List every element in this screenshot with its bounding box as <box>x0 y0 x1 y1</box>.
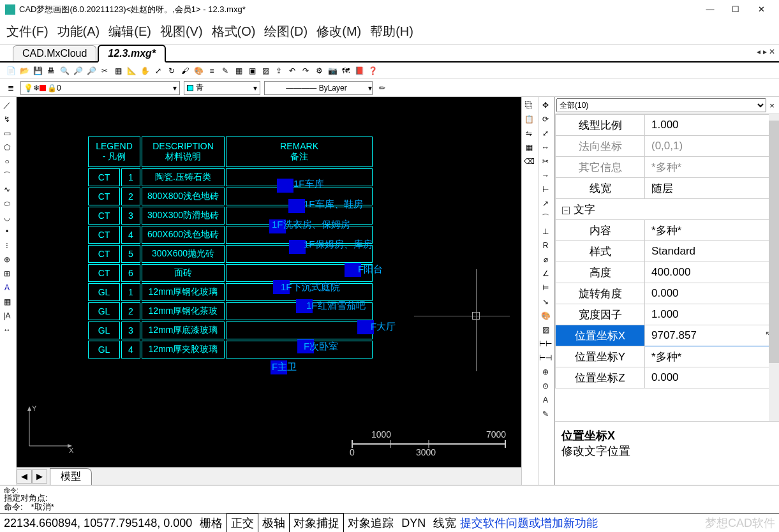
zoom-in-icon[interactable]: 🔎 <box>72 65 84 77</box>
tab-current[interactable]: 12.3.mxg* <box>98 45 166 63</box>
zoom-out-icon[interactable]: 🔎 <box>85 65 97 77</box>
menu-help[interactable]: 帮助(H) <box>370 23 413 40</box>
quick-dim-icon[interactable]: ⊨ <box>540 282 551 293</box>
panel-close-icon[interactable]: × <box>766 101 778 110</box>
print-icon[interactable]: 🖶 <box>45 65 57 77</box>
erase-icon[interactable]: ⌫ <box>523 156 535 167</box>
table-icon[interactable]: ▦ <box>1 296 13 307</box>
layers-icon[interactable]: ≡ <box>206 65 218 77</box>
save-icon[interactable]: 💾 <box>32 65 43 77</box>
layer-icon[interactable]: ▦ <box>112 65 124 77</box>
dim-radius-icon[interactable]: R <box>540 240 551 251</box>
tolerance-icon[interactable]: ⊕ <box>540 366 551 378</box>
stretch-icon[interactable]: ↔ <box>540 142 551 153</box>
dim-angle-icon[interactable]: ∠ <box>540 268 551 279</box>
menu-draw[interactable]: 绘图(D) <box>264 23 308 40</box>
rotate-icon[interactable]: ⟳ <box>540 114 551 125</box>
selection-filter[interactable]: 全部(10) <box>556 98 766 112</box>
dim-style-icon[interactable]: A <box>540 394 551 406</box>
point-icon[interactable]: • <box>1 226 13 237</box>
menu-format[interactable]: 格式(O) <box>212 23 256 40</box>
maximize-button[interactable]: ☐ <box>723 1 748 18</box>
toggle-dyn[interactable]: DYN <box>397 515 429 532</box>
grid-icon[interactable]: ▦ <box>233 65 244 77</box>
brush-icon[interactable]: 🖌 <box>179 65 191 77</box>
layer-manager-icon[interactable]: ≣ <box>5 82 17 94</box>
leader-icon[interactable]: ↘ <box>540 296 551 307</box>
arc-icon[interactable]: ⌒ <box>1 170 13 181</box>
polygon-icon[interactable]: ⬠ <box>1 142 13 153</box>
toggle-osnap[interactable]: 对象捕捉 <box>289 513 344 532</box>
extend-icon[interactable]: → <box>540 170 551 181</box>
prop-value[interactable]: 400.000 <box>645 262 779 283</box>
undo-icon[interactable]: ↶ <box>286 65 298 77</box>
toggle-polar[interactable]: 极轴 <box>258 514 289 532</box>
dim-base-icon[interactable]: ⊢⊣ <box>540 352 551 364</box>
redo-icon[interactable]: ↷ <box>300 65 311 77</box>
hatch-icon[interactable]: ▨ <box>540 324 551 336</box>
dim-linear-icon[interactable]: ⊢ <box>540 184 551 195</box>
dim-icon[interactable]: ↔ <box>1 324 13 336</box>
zoom-window-icon[interactable]: ⤢ <box>152 65 164 77</box>
prop-value-selected[interactable]: 9707.857↖ <box>645 325 779 346</box>
prop-value[interactable]: 0.000 <box>645 283 779 304</box>
measure-icon[interactable]: 📐 <box>126 65 137 77</box>
prop-value[interactable]: *多种* <box>645 220 779 241</box>
help-icon[interactable]: ❓ <box>367 65 378 77</box>
minimize-button[interactable]: — <box>697 1 723 18</box>
dim-align-icon[interactable]: ↗ <box>540 198 551 209</box>
menu-view[interactable]: 视图(V) <box>160 23 203 40</box>
prop-value[interactable]: 随层 <box>645 178 779 199</box>
map-icon[interactable]: 🗺 <box>340 65 352 77</box>
circle-icon[interactable]: ○ <box>1 156 13 167</box>
find-icon[interactable]: 🔍 <box>59 65 70 77</box>
refresh-icon[interactable]: ↻ <box>166 65 177 77</box>
array-icon[interactable]: ▦ <box>523 142 535 153</box>
matchprop-icon[interactable]: ✏ <box>376 82 388 94</box>
cut-icon[interactable]: ✂ <box>99 65 110 77</box>
tab-prev-icon[interactable]: ◀ <box>17 469 32 484</box>
paste-icon[interactable]: 📋 <box>523 114 535 125</box>
paint-icon[interactable]: 🎨 <box>540 310 551 321</box>
prop-value[interactable]: *多种* <box>645 346 779 367</box>
menu-func[interactable]: 功能(A) <box>57 23 100 40</box>
dim-cont-icon[interactable]: ⊢⊢ <box>540 338 551 350</box>
prop-group-text[interactable]: −文字 <box>556 199 779 220</box>
linetype-select[interactable]: ———— ByLayer ▾ <box>264 81 373 95</box>
spline-icon[interactable]: ∿ <box>1 184 13 195</box>
divide-icon[interactable]: ⁝ <box>1 240 13 251</box>
trim-icon[interactable]: ✂ <box>540 156 551 167</box>
dim-diameter-icon[interactable]: ⌀ <box>540 254 551 265</box>
block-icon[interactable]: ▣ <box>246 65 258 77</box>
pan-icon[interactable]: ✋ <box>139 65 151 77</box>
center-mark-icon[interactable]: ⊙ <box>540 380 551 392</box>
copy-icon[interactable]: ⿻ <box>523 100 535 111</box>
toggle-otrack[interactable]: 对象追踪 <box>344 514 397 532</box>
command-line[interactable]: 命令: 指定对角点: 命令: *取消* <box>0 485 779 513</box>
text-icon[interactable]: A <box>1 282 13 293</box>
feedback-link[interactable]: 提交软件问题或增加新功能 <box>460 515 598 531</box>
mtext-icon[interactable]: |A <box>1 310 13 321</box>
grip-icon[interactable] <box>277 179 293 193</box>
tab-next-icon[interactable]: ▶ <box>32 469 47 484</box>
insert-icon[interactable]: ⊕ <box>1 254 13 265</box>
tab-cloud[interactable]: CAD.MxCloud <box>13 45 96 61</box>
prop-value[interactable]: 0.000 <box>645 367 779 388</box>
toggle-lwt[interactable]: 线宽 <box>429 514 460 532</box>
dim-edit-icon[interactable]: ✎ <box>540 408 551 420</box>
menu-file[interactable]: 文件(F) <box>6 23 48 40</box>
toggle-grid[interactable]: 栅格 <box>196 514 226 532</box>
block-create-icon[interactable]: ⊞ <box>1 268 13 279</box>
new-icon[interactable]: 📄 <box>5 65 17 77</box>
dim-ord-icon[interactable]: ⊥ <box>540 226 551 237</box>
line-icon[interactable]: ／ <box>1 100 13 111</box>
dim-arc-icon[interactable]: ⌒ <box>540 212 551 223</box>
drawing-canvas[interactable]: LEGEND- 凡例 DESCRIPTION材料说明 REMARK备注 CT1陶… <box>17 97 521 467</box>
export-icon[interactable]: ⇪ <box>273 65 285 77</box>
scrollbar[interactable] <box>769 114 779 421</box>
open-icon[interactable]: 📂 <box>19 65 30 77</box>
toggle-ortho[interactable]: 正交 <box>226 513 258 532</box>
menu-modify[interactable]: 修改(M) <box>316 23 361 40</box>
camera-icon[interactable]: 📷 <box>327 65 338 77</box>
pdf-icon[interactable]: 📕 <box>353 65 365 77</box>
